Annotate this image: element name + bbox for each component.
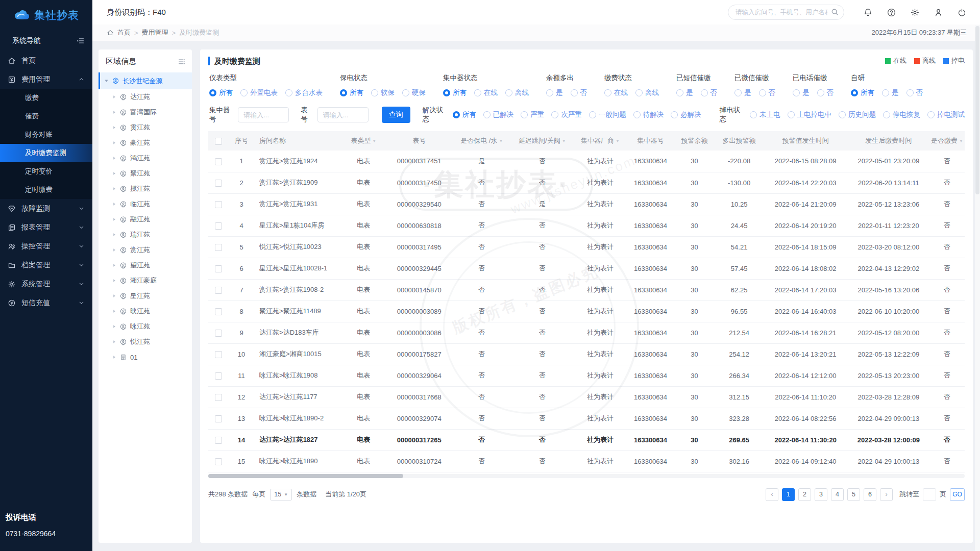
radio-icon[interactable] <box>734 89 742 96</box>
radio-option[interactable]: 软保 <box>371 88 395 97</box>
radio-option[interactable]: 否 <box>571 88 587 97</box>
tree-list-icon[interactable] <box>178 58 186 66</box>
page-button-6[interactable]: 6 <box>864 488 876 501</box>
caret-right-icon[interactable] <box>112 324 116 329</box>
radio-icon[interactable] <box>906 89 914 96</box>
radio-option[interactable]: 已解决 <box>483 110 514 119</box>
radio-icon[interactable] <box>240 89 248 96</box>
row-checkbox[interactable] <box>215 158 222 165</box>
page-button-5[interactable]: 5 <box>847 488 860 501</box>
radio-icon[interactable] <box>817 89 824 96</box>
radio-icon[interactable] <box>521 111 528 118</box>
tree-node[interactable]: 达江苑 <box>99 89 192 105</box>
tree-node[interactable]: 映江苑 <box>99 304 192 319</box>
radio-option[interactable]: 离线 <box>635 88 659 97</box>
radio-option[interactable]: 停电恢复 <box>883 110 920 119</box>
page-button-1[interactable]: 1 <box>782 488 795 501</box>
caret-right-icon[interactable] <box>112 126 116 130</box>
next-page-button[interactable]: › <box>880 488 893 501</box>
bell-icon[interactable] <box>863 8 873 17</box>
row-checkbox[interactable] <box>215 265 222 272</box>
menu-collapse-icon[interactable] <box>76 37 84 45</box>
breadcrumb-item[interactable]: 费用管理 <box>142 28 168 37</box>
radio-icon[interactable] <box>340 89 347 96</box>
page-scrollbar[interactable] <box>975 25 980 551</box>
table-row[interactable]: 2赏江苑>赏江苑1909电表000000317450否否社为表计16330063… <box>208 172 965 193</box>
radio-option[interactable]: 所有 <box>340 88 363 97</box>
caret-right-icon[interactable] <box>112 141 116 145</box>
row-checkbox[interactable] <box>215 458 222 465</box>
radio-icon[interactable] <box>443 89 450 96</box>
row-checkbox[interactable] <box>215 394 222 401</box>
radio-option[interactable]: 一般问题 <box>589 110 626 119</box>
radio-icon[interactable] <box>402 89 409 96</box>
caret-right-icon[interactable] <box>112 340 116 344</box>
radio-option[interactable]: 掉电测试 <box>927 110 965 119</box>
radio-option[interactable]: 历史问题 <box>839 110 876 119</box>
sort-caret-icon[interactable]: ▼ <box>372 139 376 143</box>
submenu-item[interactable]: 缴费 <box>0 89 92 107</box>
radio-option[interactable]: 是 <box>793 88 810 97</box>
radio-icon[interactable] <box>546 89 553 96</box>
radio-icon[interactable] <box>551 111 558 118</box>
per-page-select[interactable]: 15 ▼ <box>270 489 292 500</box>
submenu-item[interactable]: 财务对账 <box>0 126 92 144</box>
table-row[interactable]: 12达江苑>达江苑1177电表000000317668否否社为表计1633006… <box>208 386 965 408</box>
radio-option[interactable]: 离线 <box>505 88 529 97</box>
page-button-2[interactable]: 2 <box>798 488 811 501</box>
radio-icon[interactable] <box>483 111 491 118</box>
radio-icon[interactable] <box>671 111 678 118</box>
tree-node[interactable]: 贯江苑 <box>99 120 192 135</box>
prev-page-button[interactable]: ‹ <box>766 488 778 501</box>
page-button-4[interactable]: 4 <box>831 488 844 501</box>
tree-node[interactable]: 星江苑 <box>99 288 192 304</box>
radio-icon[interactable] <box>571 89 578 96</box>
radio-option[interactable]: 上电掉电中 <box>788 110 832 119</box>
sidebar-item-system[interactable]: 系统管理 <box>0 274 92 293</box>
sidebar-item-fault[interactable]: 故障监测 <box>0 199 92 218</box>
table-row[interactable]: 10湘江豪庭>湘商10015电表000000175827否否社为表计163300… <box>208 343 965 365</box>
power-icon[interactable] <box>957 8 967 17</box>
caret-right-icon[interactable] <box>112 309 116 313</box>
table-row[interactable]: 9达江苑>达D183车库电表000000003086否否社为表计16330063… <box>208 322 965 343</box>
sidebar-item-home[interactable]: 首页 <box>0 51 92 70</box>
sidebar-item-sms[interactable]: 短信充值 <box>0 293 92 312</box>
radio-icon[interactable] <box>633 111 641 118</box>
table-row[interactable]: 7赏江苑>赏江苑1908-2电表000000145870否否社为表计163300… <box>208 279 965 300</box>
table-column-header[interactable]: 是否保电 /水▼ <box>452 131 511 151</box>
radio-icon[interactable] <box>851 89 858 96</box>
table-row[interactable]: 13咏江苑>咏江苑1890-2电表000000329074否否社为表计16330… <box>208 408 965 429</box>
row-checkbox[interactable] <box>215 308 222 315</box>
select-all-checkbox[interactable] <box>215 138 222 145</box>
radio-icon[interactable] <box>701 89 708 96</box>
sidebar-item-control[interactable]: 操控管理 <box>0 237 92 256</box>
sort-caret-icon[interactable]: ▼ <box>562 139 566 143</box>
horizontal-scrollbar-thumb[interactable] <box>208 474 403 478</box>
table-column-header[interactable]: 表类型▼ <box>341 131 386 151</box>
settings-icon[interactable] <box>910 8 920 17</box>
table-row[interactable]: 15咏江苑>咏江苑1890电表000000310724否否社为表计1633006… <box>208 450 965 472</box>
search-icon[interactable] <box>831 8 839 16</box>
tree-node[interactable]: 赏江苑 <box>99 242 192 258</box>
sort-caret-icon[interactable]: ▼ <box>499 139 503 143</box>
breadcrumb-item[interactable]: 首页 <box>117 28 131 37</box>
radio-option[interactable]: 否 <box>759 88 776 97</box>
tree-node[interactable]: 湘江豪庭 <box>99 273 192 288</box>
page-button-3[interactable]: 3 <box>815 488 827 501</box>
radio-icon[interactable] <box>927 111 935 118</box>
tree-node[interactable]: 豪江苑 <box>99 135 192 151</box>
radio-icon[interactable] <box>453 111 460 118</box>
search-input[interactable] <box>728 5 844 20</box>
tree-node[interactable]: 聚江苑 <box>99 166 192 181</box>
help-icon[interactable] <box>887 8 896 17</box>
caret-right-icon[interactable] <box>112 187 116 191</box>
radio-icon[interactable] <box>793 89 800 96</box>
radio-icon[interactable] <box>882 89 889 96</box>
radio-option[interactable]: 外置电表 <box>240 88 278 97</box>
radio-option[interactable]: 是 <box>882 88 899 97</box>
radio-option[interactable]: 必解决 <box>671 110 701 119</box>
radio-icon[interactable] <box>750 111 757 118</box>
radio-option[interactable]: 是 <box>734 88 751 97</box>
caret-right-icon[interactable] <box>112 156 116 160</box>
row-checkbox[interactable] <box>215 330 222 337</box>
